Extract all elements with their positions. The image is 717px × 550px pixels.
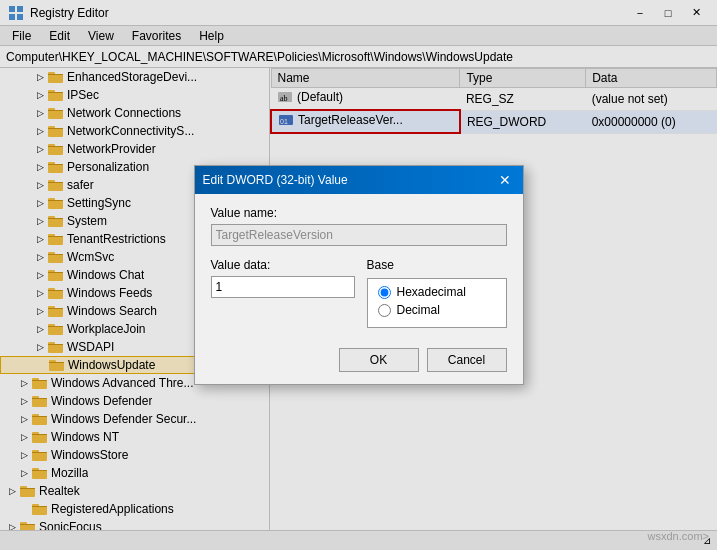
radio-decimal[interactable]: Decimal: [378, 303, 496, 317]
hexadecimal-label: Hexadecimal: [397, 285, 466, 299]
dialog-close-button[interactable]: ✕: [495, 170, 515, 190]
dialog-title-bar: Edit DWORD (32-bit) Value ✕: [195, 166, 523, 194]
decimal-label: Decimal: [397, 303, 440, 317]
radio-hexadecimal[interactable]: Hexadecimal: [378, 285, 496, 299]
base-radio-group: Hexadecimal Decimal: [367, 278, 507, 328]
watermark: wsxdn.com>: [648, 530, 709, 542]
edit-dword-dialog: Edit DWORD (32-bit) Value ✕ Value name: …: [194, 165, 524, 385]
modal-overlay: Edit DWORD (32-bit) Value ✕ Value name: …: [0, 0, 717, 550]
base-label: Base: [367, 258, 507, 272]
dialog-body: Value name: Value data: Base Hexadecimal: [195, 194, 523, 384]
value-name-input[interactable]: [211, 224, 507, 246]
dialog-row: Value data: Base Hexadecimal Decimal: [211, 258, 507, 328]
ok-button[interactable]: OK: [339, 348, 419, 372]
base-col: Base Hexadecimal Decimal: [367, 258, 507, 328]
hexadecimal-radio[interactable]: [378, 286, 391, 299]
value-data-input[interactable]: [211, 276, 355, 298]
decimal-radio[interactable]: [378, 304, 391, 317]
cancel-button[interactable]: Cancel: [427, 348, 507, 372]
dialog-title: Edit DWORD (32-bit) Value: [203, 173, 348, 187]
value-data-col: Value data:: [211, 258, 355, 328]
value-data-label: Value data:: [211, 258, 355, 272]
dialog-buttons: OK Cancel: [211, 344, 507, 372]
value-name-label: Value name:: [211, 206, 507, 220]
